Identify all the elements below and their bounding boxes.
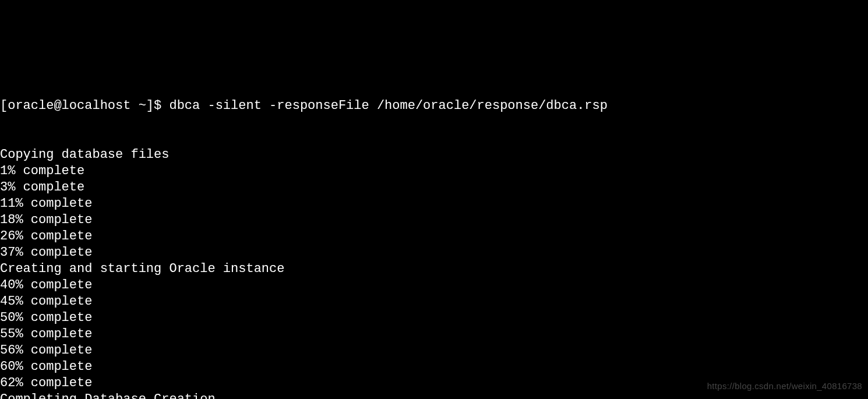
output-line: 55% complete [0,326,868,342]
output-line: 3% complete [0,179,868,196]
output-line: Creating and starting Oracle instance [0,261,868,277]
output-line: 60% complete [0,359,868,375]
output-line: Copying database files [0,147,868,163]
watermark-text: https://blog.csdn.net/weixin_40816738 [707,378,862,394]
output-line: 45% complete [0,294,868,310]
prompt-user-host: [oracle@localhost ~] [0,98,154,113]
output-line: 26% complete [0,228,868,245]
output-line: 18% complete [0,212,868,228]
output-line: 56% complete [0,342,868,359]
output-line: 50% complete [0,310,868,326]
command-text: dbca -silent -responseFile /home/oracle/… [169,98,608,113]
command-line-1: [oracle@localhost ~]$ dbca -silent -resp… [0,98,868,114]
prompt-dollar: $ [154,98,169,113]
terminal-window[interactable]: [oracle@localhost ~]$ dbca -silent -resp… [0,65,868,399]
output-line: 40% complete [0,277,868,294]
output-line: 37% complete [0,245,868,261]
output-line: 11% complete [0,196,868,212]
command-output: Copying database files1% complete3% comp… [0,147,868,399]
output-line: 1% complete [0,163,868,179]
